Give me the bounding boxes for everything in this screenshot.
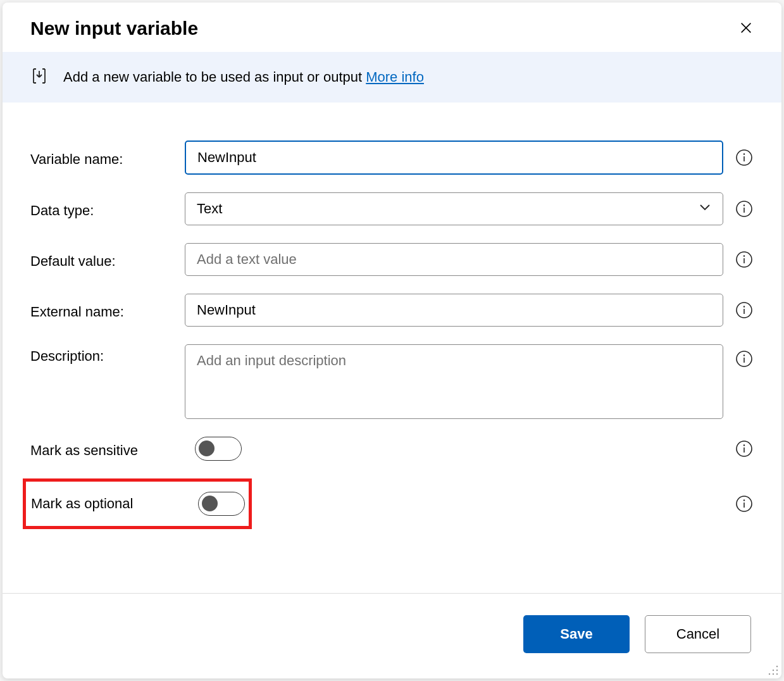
mark-optional-label: Mark as optional xyxy=(31,496,198,512)
dialog-header: New input variable xyxy=(3,3,781,52)
svg-point-17 xyxy=(773,670,774,671)
external-name-label: External name: xyxy=(30,300,185,320)
variable-name-label: Variable name: xyxy=(30,147,185,168)
info-icon[interactable] xyxy=(735,494,754,513)
external-name-row: External name: xyxy=(30,294,754,327)
svg-point-5 xyxy=(744,256,745,256)
save-button[interactable]: Save xyxy=(523,615,630,653)
info-icon[interactable] xyxy=(735,439,754,458)
description-label: Description: xyxy=(30,344,185,365)
external-name-input[interactable] xyxy=(185,294,723,327)
mark-sensitive-label: Mark as sensitive xyxy=(30,439,195,459)
svg-point-3 xyxy=(744,205,745,206)
svg-point-11 xyxy=(744,445,745,446)
data-type-select[interactable]: Text xyxy=(185,192,723,225)
svg-point-7 xyxy=(744,306,745,307)
mark-sensitive-row: Mark as sensitive xyxy=(30,437,754,461)
new-input-variable-dialog: New input variable Add a new variable to… xyxy=(3,3,781,678)
variable-name-row: Variable name: xyxy=(30,141,754,175)
default-value-label: Default value: xyxy=(30,249,185,270)
default-value-row: Default value: xyxy=(30,243,754,276)
svg-point-13 xyxy=(744,500,745,501)
data-type-value: Text xyxy=(197,201,222,217)
svg-point-18 xyxy=(773,673,774,675)
resize-grip[interactable] xyxy=(768,665,779,676)
data-type-row: Data type: Text xyxy=(30,192,754,225)
mark-sensitive-toggle[interactable] xyxy=(195,437,242,461)
more-info-link[interactable]: More info xyxy=(366,69,424,85)
default-value-input[interactable] xyxy=(185,243,723,276)
svg-point-19 xyxy=(769,673,770,675)
mark-optional-toggle[interactable] xyxy=(198,492,245,516)
variable-name-input[interactable] xyxy=(185,141,723,175)
svg-point-1 xyxy=(744,154,745,154)
form-body: Variable name: Data type: Text xyxy=(3,103,781,593)
info-icon[interactable] xyxy=(735,349,754,368)
info-banner: Add a new variable to be used as input o… xyxy=(3,52,781,103)
input-variable-icon xyxy=(30,67,48,87)
dialog-title: New input variable xyxy=(30,18,198,39)
info-icon[interactable] xyxy=(735,250,754,269)
svg-point-14 xyxy=(776,666,778,667)
dialog-footer: Save Cancel xyxy=(3,593,781,678)
description-textarea[interactable] xyxy=(185,344,723,419)
close-icon xyxy=(739,21,753,37)
svg-point-9 xyxy=(744,355,745,356)
close-button[interactable] xyxy=(736,18,756,39)
chevron-down-icon xyxy=(699,201,711,217)
description-row: Description: xyxy=(30,344,754,419)
cancel-button[interactable]: Cancel xyxy=(645,615,751,653)
mark-optional-highlight: Mark as optional xyxy=(23,478,252,529)
info-icon[interactable] xyxy=(735,148,754,167)
info-icon[interactable] xyxy=(735,301,754,320)
data-type-label: Data type: xyxy=(30,199,185,219)
svg-point-15 xyxy=(776,670,778,671)
svg-point-16 xyxy=(776,673,778,675)
info-icon[interactable] xyxy=(735,199,754,218)
banner-text: Add a new variable to be used as input o… xyxy=(63,69,424,85)
